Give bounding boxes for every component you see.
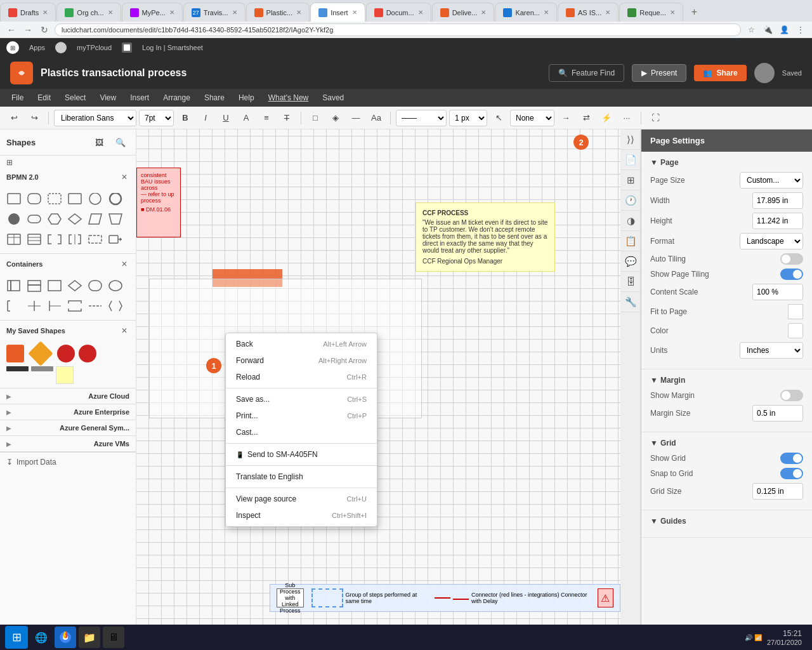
tab-travis[interactable]: 27 Travis... ✕ [183,3,246,22]
bpmn-header[interactable]: BPMN 2.0 ✕ [0,167,136,187]
share-button[interactable]: 👥 Share [694,65,746,81]
back-button[interactable]: ← [5,23,18,36]
containers-header[interactable]: Containers ✕ [0,254,136,274]
menu-edit[interactable]: Edit [31,91,57,105]
shapes-search-button[interactable]: 🔍 [112,133,129,151]
azure-general-header[interactable]: ▶ Azure General Sym... [0,420,136,435]
context-send-to[interactable]: 📱 Send to SM-A405FN [226,446,377,463]
bold-button[interactable]: B [176,109,194,127]
container-bracket[interactable] [5,298,23,316]
pointer-button[interactable]: ↖ [490,109,508,127]
font-family-selector[interactable]: Liberation Sans [54,110,136,126]
shape-table2[interactable] [25,232,43,249]
container-dash[interactable] [86,298,104,316]
tab-mype[interactable]: MyPe... ✕ [122,3,183,22]
forward-button[interactable]: → [22,23,34,36]
tab-org[interactable]: Org ch... ✕ [56,3,121,22]
close-tab-karen[interactable]: ✕ [544,9,549,16]
snap-to-grid-toggle[interactable] [780,468,803,479]
more-options-icon[interactable]: ⋮ [794,23,807,36]
close-tab-asis[interactable]: ✕ [605,9,610,16]
container-bracket2[interactable] [46,298,63,316]
bookmark-star[interactable]: ☆ [745,23,757,36]
tab-plastic[interactable]: Plastic... ✕ [246,3,310,22]
saved-shape-orange[interactable] [6,345,24,362]
line-color-button[interactable]: — [347,109,365,127]
user-avatar[interactable] [754,63,775,83]
content-scale-input[interactable] [752,284,803,300]
align-button[interactable]: ≡ [258,109,275,127]
panel-comment-icon[interactable]: 💬 [620,251,641,272]
panel-expand-icon[interactable]: ⟩⟩ [620,129,641,150]
fill-color-button[interactable]: ◈ [327,109,344,127]
context-inspect[interactable]: Inspect Ctrl+Shift+I [226,507,377,524]
panel-page-icon[interactable]: 📄 [620,150,641,170]
shape-arrow-rect[interactable] [107,232,124,249]
close-tab-travis[interactable]: ✕ [232,9,237,16]
connection-style-selector[interactable]: None [510,110,554,126]
menu-insert[interactable]: Insert [124,91,155,105]
context-print[interactable]: Print... Ctrl+P [226,408,377,424]
shape-bracket2[interactable] [66,232,84,249]
units-select[interactable]: Inches [740,342,803,359]
context-cast[interactable]: Cast... [226,424,377,441]
tab-editing[interactable]: Insert ✕ [310,3,365,22]
panel-shapes-icon[interactable]: ⊞ [620,170,641,190]
saved-shape-red-circle[interactable] [79,345,96,362]
fit-to-page-button[interactable] [788,304,803,319]
container-rounded[interactable] [86,278,104,296]
context-reload[interactable]: Reload Ctrl+R [226,369,377,385]
close-tab-docum[interactable]: ✕ [418,9,423,16]
more-button[interactable]: ··· [618,109,636,127]
shape-diamond[interactable] [66,211,84,229]
taskbar-file-explorer[interactable]: 📁 [79,627,100,648]
context-view-source[interactable]: View page source Ctrl+U [226,491,377,507]
container-swimlane2[interactable] [25,278,43,296]
margin-size-input[interactable] [752,405,803,421]
lightning-button[interactable]: ⚡ [598,109,615,127]
panel-tools-icon[interactable]: 🔧 [620,292,641,312]
context-save-as[interactable]: Save as... Ctrl+S [226,391,377,408]
refresh-button[interactable]: ↻ [38,23,51,36]
shape-hexagon[interactable] [46,211,63,229]
show-grid-toggle[interactable] [780,453,803,464]
shape-plain-rect[interactable] [66,191,84,209]
font-color-button[interactable]: A [237,109,255,127]
containers-close[interactable]: ✕ [119,259,129,269]
shape-thick-circle[interactable] [107,191,124,209]
tab-docum[interactable]: Docum... ✕ [366,3,431,22]
close-tab-editing[interactable]: ✕ [352,9,357,16]
shape-stadium[interactable] [25,211,43,229]
saved-shapes-close[interactable]: ✕ [119,326,129,336]
arrow-style-button[interactable]: → [557,109,575,127]
menu-view[interactable]: View [93,91,122,105]
container-swimlane[interactable] [5,278,23,296]
panel-data-icon[interactable]: 🗄 [620,272,641,292]
page-size-select[interactable]: Custom... [740,172,803,189]
context-forward[interactable]: Forward Alt+Right Arrow [226,352,377,369]
shape-filled-circle[interactable] [5,211,23,229]
address-bar[interactable]: lucidchart.com/documents/edit/c1bb7d4d-4… [55,23,741,36]
panel-clock-icon[interactable]: 🕐 [620,190,641,211]
container-diamond[interactable] [66,278,84,296]
tab-reque[interactable]: Reque... ✕ [619,3,683,22]
tab-asis[interactable]: AS IS... ✕ [558,3,619,22]
line-weight-selector[interactable]: 1 px [449,110,487,126]
menu-file[interactable]: File [5,91,30,105]
azure-enterprise-header[interactable]: ▶ Azure Enterprise [0,404,136,420]
menu-select[interactable]: Select [58,91,92,105]
format-select[interactable]: Landscape [740,233,803,249]
new-tab-button[interactable]: + [684,3,705,22]
menu-share[interactable]: Share [198,91,231,105]
menu-help[interactable]: Help [232,91,261,105]
saved-shapes-header[interactable]: My Saved Shapes ✕ [0,321,136,341]
tab-gmail[interactable]: Drafts ✕ [0,3,56,22]
underline-button[interactable]: U [217,109,235,127]
shape-bracket[interactable] [46,232,63,249]
import-data-button[interactable]: ↧ Import Data [0,452,136,472]
height-input[interactable] [752,213,803,229]
mytp-link[interactable]: myTPcloud [77,44,112,51]
line-style-selector[interactable]: —— [396,110,447,126]
close-tab-mype[interactable]: ✕ [169,9,174,16]
apps-link[interactable]: Apps [29,44,45,51]
